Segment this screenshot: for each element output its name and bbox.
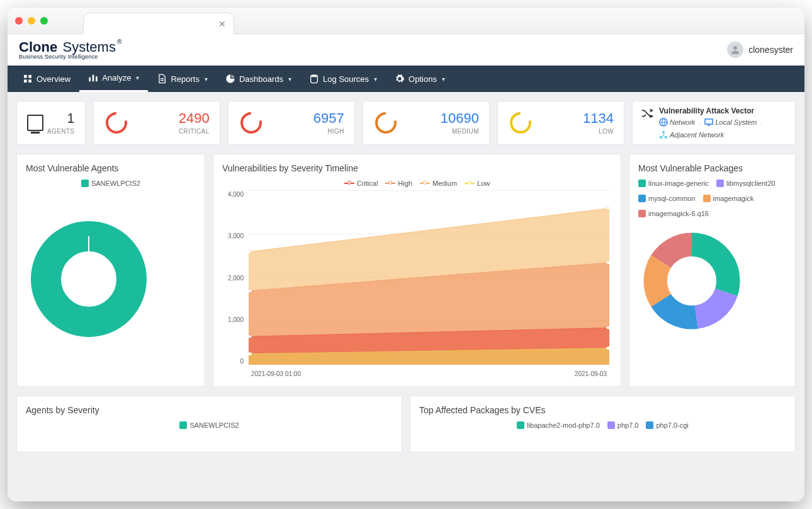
legend-label: php7.0 [617,421,639,429]
legend-item[interactable]: linux-image-generic [638,180,709,187]
donut-chart[interactable] [26,216,152,342]
legend-item[interactable]: mysql-common [638,195,696,202]
ring-icon [104,110,129,135]
stat-attack-vector[interactable]: Vulnerability Attack Vector Network . Lo… [632,101,796,145]
nav-label: Log Sources [323,74,369,84]
legend-item[interactable]: Low [465,180,490,187]
grid-icon [23,74,33,84]
document-icon [157,74,167,84]
stat-agents[interactable]: 1 AGENTS [16,101,86,145]
y-tick: 0 [240,358,244,365]
panel-title: Top Affected Packages by CVEs [419,405,786,415]
stat-label: AGENTS [47,128,75,135]
donut-chart[interactable] [638,227,745,335]
vav-tags: Network . Local System . Adjacent Networ… [659,118,787,139]
vav-label: Adjacent Network [670,131,724,139]
legend-label: imagemagick-6.q16 [648,210,709,217]
nav-overview[interactable]: Overview [14,66,79,92]
nav-label: Reports [171,74,200,84]
vav-label: Network [670,118,695,126]
legend: linux-image-genericlibmysqlclient20mysql… [638,180,786,217]
legend: libapache2-mod-php7.0php7.0php7.0-cgi [419,421,786,429]
svg-point-11 [376,113,395,132]
area-chart[interactable]: 4,000 3,000 2,000 1,000 0 2021-09-03 01:… [222,191,612,377]
legend-item[interactable]: libmysqlclient20 [716,180,775,187]
legend-item[interactable]: Medium [420,180,457,187]
legend-item[interactable]: imagemagick [703,195,754,202]
legend-item[interactable]: SANEWLPCIS2 [179,421,239,429]
chevron-down-icon: ▾ [205,76,208,83]
brand-word-2: Systems [63,40,116,54]
legend-item[interactable]: php7.0 [607,421,639,429]
svg-rect-2 [28,75,31,78]
globe-icon [659,118,668,127]
stat-high[interactable]: 6957 HIGH [228,101,355,145]
x-tick: 2021-09-03 01:00 [251,370,301,377]
svg-rect-5 [89,77,91,81]
legend-label: Critical [357,180,378,187]
legend-item[interactable]: php7.0-cgi [646,421,688,429]
x-axis: 2021-09-03 01:00 2021-09-03 [249,370,609,377]
legend-item[interactable]: SANEWLPCIS2 [81,180,140,187]
svg-rect-4 [28,79,31,83]
stat-label: HIGH [313,128,344,135]
panel-title: Most Vulnerable Agents [26,163,196,173]
legend-label: SANEWLPCIS2 [189,421,239,429]
vav-title: Vulnerability Attack Vector [659,106,787,115]
legend-label: php7.0-cgi [656,421,688,429]
stat-row: 1 AGENTS 2490 CRITICAL 6957 HIGH [16,101,796,145]
panel-top-affected-packages: Top Affected Packages by CVEs libapache2… [410,396,796,452]
monitor-icon [27,115,43,131]
legend-label: SANEWLPCIS2 [91,180,140,187]
legend-label: mysql-common [648,195,696,202]
brand-word-1: Clone [19,40,57,54]
legend: SANEWLPCIS2 [26,421,393,429]
window-controls [15,17,48,25]
ring-icon [373,110,398,135]
svg-point-0 [733,46,737,50]
legend-label: libapache2-mod-php7.0 [527,421,600,429]
network-icon [659,130,668,139]
legend-label: Low [477,180,490,187]
legend-item[interactable]: High [385,180,412,187]
nav-analyze[interactable]: Analyze ▾ [79,66,148,92]
x-tick: 2021-09-03 [575,370,607,377]
user-menu[interactable]: clonesyster [727,42,793,58]
legend-item[interactable]: imagemagick-6.q16 [638,210,709,217]
nav-options[interactable]: Options ▾ [386,66,454,92]
ring-icon [508,110,533,135]
legend-label: imagemagick [713,195,754,202]
y-tick: 3,000 [228,232,244,239]
nav-reports[interactable]: Reports ▾ [148,66,217,92]
panel-row-2: Agents by Severity SANEWLPCIS2 Top Affec… [16,396,796,452]
svg-rect-7 [96,76,98,81]
minimize-window-icon[interactable] [28,17,35,25]
browser-tab[interactable]: ✕ [83,13,234,34]
stat-label: MEDIUM [441,128,479,135]
y-tick: 4,000 [228,191,244,198]
nav-label: Dashboards [239,74,283,84]
svg-point-9 [107,113,126,132]
nav-dashboards[interactable]: Dashboards ▾ [217,66,300,92]
svg-rect-14 [705,119,713,124]
close-tab-icon[interactable]: ✕ [218,19,226,29]
nav-logsources[interactable]: Log Sources ▾ [300,66,386,92]
legend-item[interactable]: Critical [344,180,378,187]
panel-row: Most Vulnerable Agents SANEWLPCIS2 Vulne… [16,154,796,387]
legend: SANEWLPCIS2 [26,180,196,187]
panel-most-vulnerable-agents: Most Vulnerable Agents SANEWLPCIS2 [16,154,205,387]
stat-medium[interactable]: 10690 MEDIUM [363,101,490,145]
y-axis: 4,000 3,000 2,000 1,000 0 [222,191,247,365]
stat-low[interactable]: 1134 LOW [497,101,624,145]
panel-agents-by-severity: Agents by Severity SANEWLPCIS2 [16,396,402,452]
close-window-icon[interactable] [15,17,23,25]
logo: Clone Systems ® Business Security Intell… [19,40,121,60]
legend-item[interactable]: libapache2-mod-php7.0 [517,421,600,429]
maximize-window-icon[interactable] [40,17,48,25]
registered-icon: ® [117,39,121,45]
svg-point-15 [662,131,665,134]
brand-bar: Clone Systems ® Business Security Intell… [8,34,804,66]
stat-critical[interactable]: 2490 CRITICAL [93,101,220,145]
stat-value: 1134 [583,112,614,125]
legend-label: linux-image-generic [648,180,709,187]
